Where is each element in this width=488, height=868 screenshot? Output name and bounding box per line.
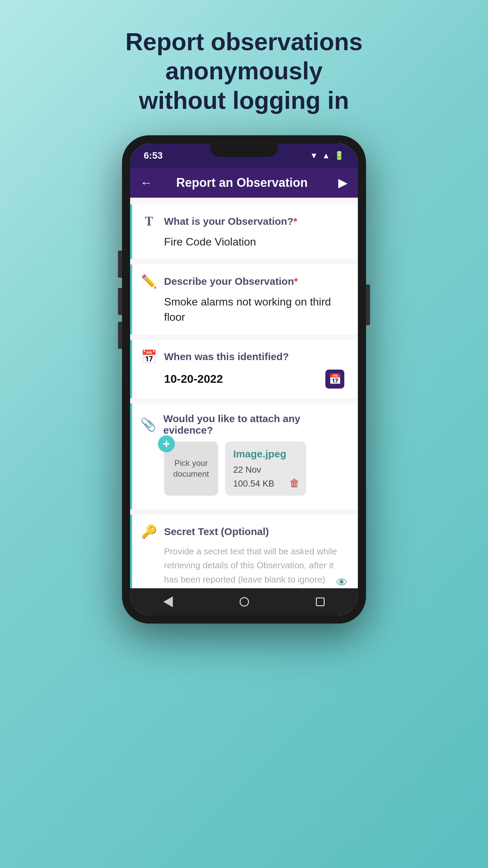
observation-type-section: 𝐓 What is your Observation?* Fire Code V… bbox=[130, 204, 358, 259]
calendar-icon: 📅 bbox=[329, 373, 341, 385]
headline-line2: without logging in bbox=[139, 87, 349, 114]
secret-text-section: 🔑 Secret Text (Optional) Provide a secre… bbox=[130, 515, 358, 589]
file-card: Image.jpeg 22 Nov 100.54 KB 🗑 bbox=[225, 441, 306, 496]
description-value[interactable]: Smoke alarms not working on third floor bbox=[140, 294, 344, 325]
screen-content[interactable]: 𝐓 What is your Observation?* Fire Code V… bbox=[130, 198, 358, 588]
file-size: 100.54 KB bbox=[233, 478, 298, 489]
paperclip-icon: 📎 bbox=[140, 417, 157, 432]
calendar-label-icon: 📅 bbox=[140, 349, 157, 364]
toggle-visibility-button[interactable]: 👁 bbox=[336, 576, 348, 588]
signal-icon: ▼ bbox=[310, 151, 318, 160]
wifi-icon: ▲ bbox=[322, 151, 330, 160]
key-icon: 🔑 bbox=[140, 524, 157, 539]
calendar-picker-button[interactable]: 📅 bbox=[325, 370, 344, 389]
secret-text-label: Secret Text (Optional) bbox=[164, 526, 269, 537]
description-section: ✏️ Describe your Observation* Smoke alar… bbox=[130, 264, 358, 334]
file-delete-button[interactable]: 🗑 bbox=[289, 477, 300, 489]
date-section: 📅 When was this identified? 10-20-2022 📅 bbox=[130, 340, 358, 398]
evidence-section: 📎 Would you like to attach any evidence?… bbox=[130, 403, 358, 509]
status-icons: ▼ ▲ 🔋 bbox=[310, 151, 344, 160]
status-time: 6:53 bbox=[144, 150, 163, 161]
date-row: 10-20-2022 📅 bbox=[140, 370, 344, 389]
header-title: Report an Observation bbox=[159, 176, 325, 190]
observation-type-label: What is your Observation?* bbox=[164, 216, 297, 227]
phone-notch bbox=[210, 143, 278, 157]
phone-device: 6:53 ▼ ▲ 🔋 ← Report an Observation ▶ 𝐓 W… bbox=[122, 135, 366, 624]
recents-nav-button[interactable] bbox=[316, 597, 325, 606]
phone-screen: 6:53 ▼ ▲ 🔋 ← Report an Observation ▶ 𝐓 W… bbox=[130, 143, 358, 615]
observation-type-header: 𝐓 What is your Observation?* bbox=[140, 214, 344, 229]
file-name: Image.jpeg bbox=[233, 448, 298, 460]
headline-line1: Report observations anonymously bbox=[125, 28, 363, 84]
battery-icon: 🔋 bbox=[334, 151, 344, 160]
evidence-files: + Pick your document Image.jpeg 22 Nov 1… bbox=[140, 441, 344, 496]
text-icon: 𝐓 bbox=[140, 214, 157, 229]
secret-text-header: 🔑 Secret Text (Optional) bbox=[140, 524, 344, 539]
evidence-header: 📎 Would you like to attach any evidence? bbox=[140, 413, 344, 436]
secret-text-input[interactable]: Provide a secret text that will be asked… bbox=[140, 545, 344, 587]
date-header: 📅 When was this identified? bbox=[140, 349, 344, 364]
observation-type-value[interactable]: Fire Code Violation bbox=[140, 234, 344, 250]
pick-document-label: Pick your document bbox=[164, 458, 218, 479]
description-header: ✏️ Describe your Observation* bbox=[140, 274, 344, 289]
date-value[interactable]: 10-20-2022 bbox=[164, 372, 223, 386]
back-nav-button[interactable] bbox=[163, 596, 173, 607]
nav-bar bbox=[130, 588, 358, 615]
pencil-icon: ✏️ bbox=[140, 274, 157, 289]
file-date: 22 Nov bbox=[233, 465, 298, 475]
date-label: When was this identified? bbox=[164, 351, 289, 362]
send-button[interactable]: ▶ bbox=[338, 176, 348, 190]
description-label: Describe your Observation* bbox=[164, 276, 298, 287]
page-headline: Report observations anonymously without … bbox=[92, 27, 396, 115]
add-file-icon: + bbox=[158, 435, 175, 452]
pick-document-button[interactable]: + Pick your document bbox=[164, 441, 218, 496]
app-header: ← Report an Observation ▶ bbox=[130, 168, 358, 198]
back-button[interactable]: ← bbox=[140, 176, 152, 190]
home-nav-button[interactable] bbox=[240, 597, 249, 607]
evidence-label: Would you like to attach any evidence? bbox=[163, 413, 344, 436]
